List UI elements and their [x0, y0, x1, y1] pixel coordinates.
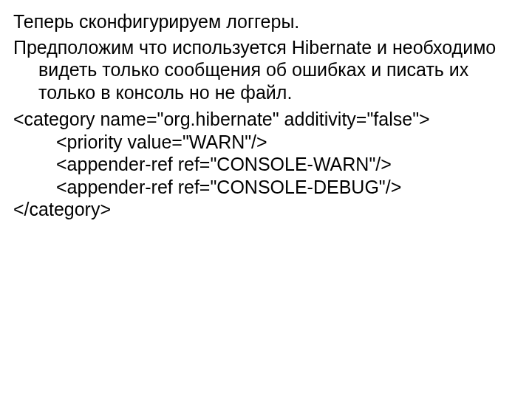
paragraph-scenario: Предположим что используется Hibernate и…	[13, 36, 519, 104]
paragraph-intro: Теперь сконфигурируем логгеры.	[13, 10, 519, 33]
code-line-appender-debug: <appender-ref ref="CONSOLE-DEBUG"/>	[13, 176, 519, 199]
code-line-category-close: </category>	[13, 198, 519, 221]
slide-body: Теперь сконфигурируем логгеры. Предполож…	[0, 0, 532, 399]
code-line-appender-warn: <appender-ref ref="CONSOLE-WARN"/>	[13, 153, 519, 176]
code-line-priority: <priority value="WARN"/>	[13, 131, 519, 154]
xml-config-block: <category name="org.hibernate" additivit…	[13, 108, 519, 221]
code-line-category-open: <category name="org.hibernate" additivit…	[13, 108, 519, 131]
